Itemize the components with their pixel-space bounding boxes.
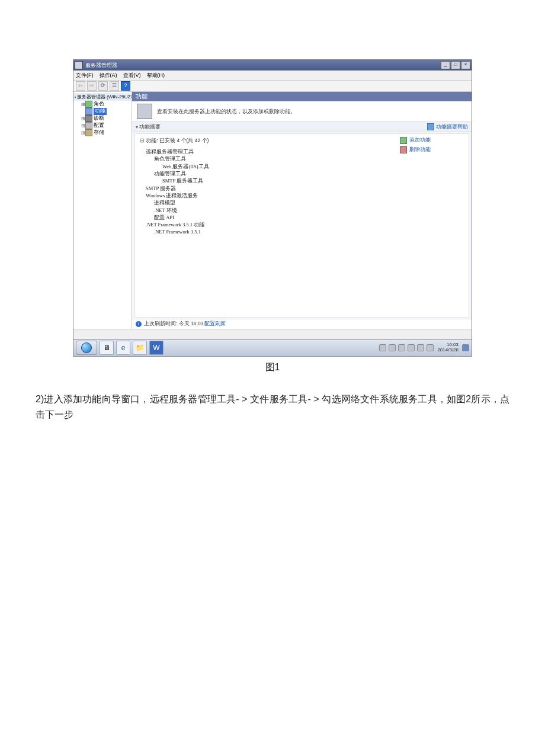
feature-row: .NET Framework 3.5.1 bbox=[140, 228, 393, 235]
tree-item-label: 功能 bbox=[94, 108, 107, 115]
feature-row: .NET Framework 3.5.1 功能 bbox=[140, 221, 393, 228]
tree-item-label: 存储 bbox=[94, 129, 104, 136]
toolbar: ⇦ ⇨ ⟳ ☰ ? bbox=[73, 81, 472, 92]
properties-button[interactable]: ☰ bbox=[110, 81, 119, 91]
tree-item-label: 配置 bbox=[94, 122, 104, 129]
content-header: 功能 bbox=[132, 92, 472, 101]
role-icon bbox=[85, 101, 92, 108]
instruction-paragraph: 2)进入添加功能向导窗口，远程服务器管理工具- > 文件服务工具- > 勾选网络… bbox=[18, 392, 527, 422]
tray-clock[interactable]: 16:03 2014/3/26 bbox=[436, 342, 460, 353]
feature-row: 配置 API bbox=[140, 214, 393, 221]
start-orb-icon bbox=[81, 342, 92, 353]
content-banner: 查看安装在此服务器上功能的状态，以及添加或删除功能。 bbox=[132, 101, 472, 122]
feature-count: 功能: 已安装 4 个(共 42 个) bbox=[140, 137, 393, 145]
tree-root-label-b: (WIN-29U2XBGYB9A) bbox=[107, 94, 132, 100]
stor-icon bbox=[85, 129, 92, 136]
nav-forward-button[interactable]: ⇨ bbox=[87, 81, 97, 91]
diag-icon bbox=[85, 115, 92, 122]
remove-feature-link[interactable]: 删除功能 bbox=[400, 146, 466, 153]
feature-row: 远程服务器管理工具 bbox=[140, 148, 393, 155]
tray: 16:03 2014/3/26 bbox=[379, 342, 469, 353]
tray-icon[interactable] bbox=[417, 344, 424, 351]
menu-action[interactable]: 操作(A) bbox=[100, 72, 117, 79]
show-desktop-button[interactable] bbox=[462, 344, 469, 351]
screenshot-figure: 服务器管理器 _ □ × 文件(F) 操作(A) 查看(V) 帮助(H) ⇦ ⇨… bbox=[73, 59, 472, 357]
tree-item-storage[interactable]: ⊞ 存储 bbox=[73, 129, 132, 136]
tree-item-label: 角色 bbox=[94, 101, 104, 108]
content-header-label: 功能 bbox=[136, 93, 148, 101]
feature-icon bbox=[85, 108, 92, 115]
taskbar-app-ie[interactable]: e bbox=[116, 341, 130, 355]
taskbar: 🖥 e 📁 W 16:03 2014/3/26 bbox=[73, 339, 472, 356]
summary-bar: 功能摘要 功能摘要帮助 bbox=[132, 122, 472, 132]
last-refresh-text: 上次刷新时间: 今天 16:03 bbox=[144, 321, 203, 328]
feature-row: 进程模型 bbox=[140, 199, 393, 206]
nav-back-button[interactable]: ⇦ bbox=[76, 81, 85, 91]
tree-root-label-a: 服务器管理器 bbox=[77, 94, 105, 100]
add-feature-label: 添加功能 bbox=[409, 136, 431, 144]
remove-icon bbox=[400, 146, 407, 153]
feature-row: 角色管理工具 bbox=[140, 155, 393, 162]
maximize-button[interactable]: □ bbox=[451, 61, 460, 69]
add-icon bbox=[400, 137, 407, 144]
refresh-button[interactable]: ⟳ bbox=[98, 81, 108, 91]
app-icon bbox=[75, 61, 83, 69]
tray-icon[interactable] bbox=[408, 344, 415, 351]
summary-help-text: 功能摘要帮助 bbox=[436, 123, 468, 131]
close-button[interactable]: × bbox=[461, 61, 470, 69]
feature-row: Windows 进程激活服务 bbox=[140, 192, 393, 199]
taskbar-app-explorer[interactable]: 📁 bbox=[133, 341, 147, 355]
main-pane: 功能 查看安装在此服务器上功能的状态，以及添加或删除功能。 功能摘要 功能摘要帮… bbox=[132, 92, 472, 329]
content-footer: i 上次刷新时间: 今天 16:03 配置刷新 bbox=[132, 319, 472, 329]
conf-icon bbox=[85, 122, 92, 129]
figure-caption: 图1 bbox=[18, 361, 527, 374]
tree-item-features[interactable]: 功能 bbox=[73, 108, 132, 115]
content-body: 功能: 已安装 4 个(共 42 个) 远程服务器管理工具 角色管理工具 Web… bbox=[134, 133, 469, 318]
summary-label: 功能摘要 bbox=[136, 123, 161, 131]
feature-row: SMTP 服务器 bbox=[140, 185, 393, 192]
taskbar-app-server-manager[interactable]: 🖥 bbox=[100, 341, 114, 355]
tree-pane: 服务器管理器 (WIN-29U2XBGYB9A) ⊞ 角色 功能 ⊞ 诊断 ⊞ bbox=[73, 92, 132, 329]
tree-item-configuration[interactable]: ⊞ 配置 bbox=[73, 122, 132, 129]
feature-row: 功能管理工具 bbox=[140, 170, 393, 177]
window-title: 服务器管理器 bbox=[85, 62, 117, 69]
minimize-button[interactable]: _ bbox=[441, 61, 450, 69]
menu-file[interactable]: 文件(F) bbox=[76, 72, 94, 79]
menu-help[interactable]: 帮助(H) bbox=[147, 72, 165, 79]
tree-item-diagnostics[interactable]: ⊞ 诊断 bbox=[73, 115, 132, 122]
banner-icon bbox=[137, 104, 152, 119]
help-icon bbox=[427, 123, 434, 130]
remove-feature-label: 删除功能 bbox=[409, 146, 431, 153]
add-feature-link[interactable]: 添加功能 bbox=[400, 136, 466, 144]
tray-icon[interactable] bbox=[389, 344, 396, 351]
clock-date: 2014/3/26 bbox=[437, 348, 459, 353]
server-icon bbox=[75, 97, 76, 98]
feature-row: Web 服务器(IIS)工具 bbox=[140, 163, 393, 170]
menubar: 文件(F) 操作(A) 查看(V) 帮助(H) bbox=[73, 71, 472, 81]
start-button[interactable] bbox=[76, 341, 97, 355]
summary-help-link[interactable]: 功能摘要帮助 bbox=[427, 123, 468, 131]
tray-icon[interactable] bbox=[379, 344, 386, 351]
tree-item-label: 诊断 bbox=[94, 115, 104, 122]
info-icon: i bbox=[136, 321, 142, 327]
tray-icon[interactable] bbox=[398, 344, 405, 351]
tree-root[interactable]: 服务器管理器 (WIN-29U2XBGYB9A) bbox=[73, 93, 132, 101]
titlebar: 服务器管理器 _ □ × bbox=[73, 60, 472, 71]
feature-tree: 远程服务器管理工具 角色管理工具 Web 服务器(IIS)工具 功能管理工具 S… bbox=[140, 148, 393, 236]
banner-text: 查看安装在此服务器上功能的状态，以及添加或删除功能。 bbox=[157, 108, 296, 116]
tray-icon[interactable] bbox=[427, 344, 434, 351]
statusbar bbox=[73, 329, 472, 339]
feature-row: .NET 环境 bbox=[140, 207, 393, 214]
menu-view[interactable]: 查看(V) bbox=[123, 72, 141, 79]
configure-refresh-link[interactable]: 配置刷新 bbox=[204, 321, 226, 328]
feature-row: SMTP 服务器工具 bbox=[140, 177, 393, 184]
tree-item-roles[interactable]: ⊞ 角色 bbox=[73, 101, 132, 108]
taskbar-app-word[interactable]: W bbox=[149, 341, 164, 355]
help-button[interactable]: ? bbox=[121, 81, 130, 91]
